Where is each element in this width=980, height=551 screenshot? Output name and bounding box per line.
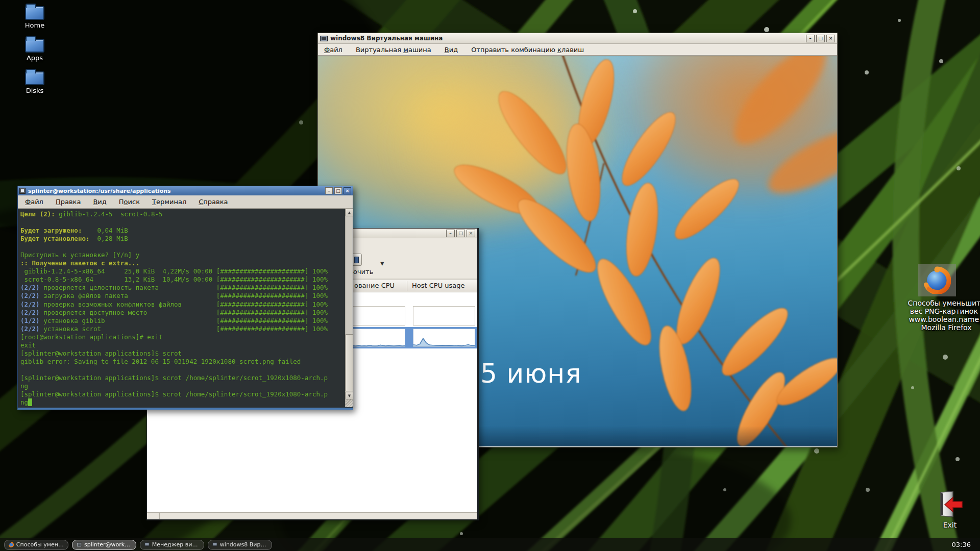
terminal-line: giblib-1.2.4-5-x86_64 25,0 KiB 4,22M/s 0… xyxy=(20,267,345,276)
folder-icon xyxy=(25,39,44,53)
terminal-line: [splinter@workstation applications]$ scr… xyxy=(20,390,345,398)
terminal-line: (2/2) проверяется доступное место [#####… xyxy=(20,309,345,317)
host-cpu-chart-empty xyxy=(413,306,475,325)
column-separator xyxy=(407,281,407,291)
firefox-icon xyxy=(923,266,951,294)
terminal-line: (2/2) проверяется целостность пакета [##… xyxy=(20,284,345,292)
firefox-icon xyxy=(9,541,14,548)
maximize-button[interactable]: □ xyxy=(334,187,342,194)
chevron-down-icon[interactable]: ▾ xyxy=(380,259,384,268)
menu-help[interactable]: Справка xyxy=(199,198,228,206)
vm-icon xyxy=(144,541,150,548)
terminal-line xyxy=(20,243,345,251)
terminal-line: :: Получение пакетов с extra... xyxy=(20,259,345,267)
column-cpu-usage[interactable]: ование CPU xyxy=(354,282,395,289)
terminal-line xyxy=(20,366,345,374)
terminal-line: (2/2) загрузка файлов пакета [##########… xyxy=(20,292,345,300)
terminal-line: (1/2) установка giblib [################… xyxy=(20,317,345,325)
menu-send-key[interactable]: Отправить комбинацию клавиш xyxy=(471,46,584,54)
terminal-line: Будет загружено: 0,04 MiB xyxy=(20,227,345,235)
cpu-usage-chart xyxy=(353,329,405,347)
vm-monitor-icon xyxy=(320,36,328,41)
terminal-line: Цели (2): giblib-1.2.4-5 scrot-0.8-5 xyxy=(20,210,345,218)
terminal-line: giblib error: Saving to file 2012-06-15-… xyxy=(20,358,345,366)
terminal-line xyxy=(20,218,345,227)
terminal-line: [splinter@workstation applications]$ scr… xyxy=(20,374,345,382)
desktop-icon-home[interactable]: Home xyxy=(17,6,53,29)
terminal-line: [root@workstation applications]# exit xyxy=(20,333,345,341)
taskbar-clock: 03:36 xyxy=(952,541,976,548)
terminal-output[interactable]: Цели (2): giblib-1.2.4-5 scrot-0.8-5 Буд… xyxy=(18,209,345,407)
minimize-button[interactable]: – xyxy=(446,230,455,237)
folder-icon xyxy=(25,6,44,20)
scroll-down-icon[interactable]: ▼ xyxy=(346,392,353,399)
firefox-iconified-label[interactable]: Способы уменьшить вес PNG-картинок - www… xyxy=(902,299,980,332)
exit-door-icon xyxy=(937,491,963,518)
statusbar-segment xyxy=(148,513,160,519)
taskbar: Способы уменьшит... splinter@workstatio.… xyxy=(0,538,980,551)
folder-icon xyxy=(25,71,44,85)
terminal-icon xyxy=(77,541,82,548)
maximize-button[interactable]: □ xyxy=(816,35,825,42)
desktop-icon-label: Apps xyxy=(17,54,53,62)
terminal-menubar: Файл Правка Вид Поиск Терминал Справка xyxy=(18,195,353,209)
minimize-button[interactable]: – xyxy=(325,187,333,194)
terminal-line: Приступить к установке? [Y/n] y xyxy=(20,251,345,259)
menu-edit[interactable]: Правка xyxy=(56,198,81,206)
menu-virtual-machine[interactable]: Виртуальная машина xyxy=(356,46,431,54)
desktop-icon-disks[interactable]: Disks xyxy=(17,71,53,94)
display-icon xyxy=(354,257,359,263)
close-button[interactable]: × xyxy=(344,187,351,194)
desktop: Home Apps Disks windows8 Виртуальная маш… xyxy=(0,0,980,551)
vm-manager-statusbar xyxy=(147,512,477,519)
terminal-line: ng xyxy=(20,398,345,407)
terminal-icon xyxy=(19,188,26,194)
firefox-iconified-window[interactable] xyxy=(918,264,956,296)
terminal-line: Будет установлено: 0,28 MiB xyxy=(20,235,345,243)
taskbar-item-firefox[interactable]: Способы уменьшит... xyxy=(4,540,68,550)
cpu-chart-empty xyxy=(353,306,405,325)
lockscreen-date: 5 июня xyxy=(480,358,581,389)
minimize-button[interactable]: – xyxy=(806,35,815,42)
desktop-icon-apps[interactable]: Apps xyxy=(17,39,53,62)
resize-grip[interactable] xyxy=(345,399,353,407)
terminal-line: scrot-0.8-5-x86_64 13,2 KiB 10,4M/s 00:0… xyxy=(20,276,345,284)
menu-terminal[interactable]: Терминал xyxy=(152,198,186,206)
terminal-line: (2/2) установка scrot [#################… xyxy=(20,325,345,333)
scroll-up-icon[interactable]: ▲ xyxy=(346,209,353,216)
taskbar-item-vm-manager[interactable]: Менеджер виртуал... xyxy=(140,540,204,550)
desktop-icon-label: Home xyxy=(17,21,53,29)
close-button[interactable]: × xyxy=(826,35,835,42)
terminal-title: splinter@workstation:/usr/share/applicat… xyxy=(28,188,171,194)
desktop-icon-label: Disks xyxy=(17,87,53,94)
shutdown-button-label[interactable]: ючить xyxy=(352,268,373,276)
terminal-line: exit xyxy=(20,341,345,349)
vm-window-menubar: Файл Виртуальная машина Вид Отправить ко… xyxy=(318,44,837,56)
menu-view[interactable]: Вид xyxy=(93,198,106,206)
exit-launcher[interactable]: Exit xyxy=(936,491,964,529)
terminal-line: (2/2) проверка возможных конфликтов файл… xyxy=(20,300,345,309)
maximize-button[interactable]: □ xyxy=(456,230,465,237)
taskbar-item-terminal[interactable]: splinter@workstatio... xyxy=(72,540,136,550)
close-button[interactable]: × xyxy=(467,230,475,237)
column-host-cpu-usage[interactable]: Host CPU usage xyxy=(412,282,465,289)
exit-label: Exit xyxy=(936,521,964,529)
terminal-line: [splinter@workstation applications]$ scr… xyxy=(20,349,345,358)
menu-search[interactable]: Поиск xyxy=(119,198,140,206)
terminal-scrollbar[interactable]: ▲ ▼ xyxy=(345,209,353,407)
taskbar-item-vm-windows8[interactable]: windows8 Виртуаль... xyxy=(208,540,272,550)
menu-file[interactable]: Файл xyxy=(324,46,342,54)
terminal-titlebar[interactable]: splinter@workstation:/usr/share/applicat… xyxy=(18,186,353,195)
scrollbar-thumb[interactable] xyxy=(346,334,353,391)
vm-window-titlebar[interactable]: windows8 Виртуальная машина – □ × xyxy=(318,33,837,44)
terminal-line: ng xyxy=(20,382,345,390)
menu-file[interactable]: Файл xyxy=(25,198,43,206)
menu-view[interactable]: Вид xyxy=(445,46,458,54)
host-cpu-usage-chart xyxy=(413,329,475,347)
vm-icon xyxy=(212,541,217,548)
vm-window-title: windows8 Виртуальная машина xyxy=(330,35,443,42)
terminal-window: splinter@workstation:/usr/share/applicat… xyxy=(17,186,353,410)
